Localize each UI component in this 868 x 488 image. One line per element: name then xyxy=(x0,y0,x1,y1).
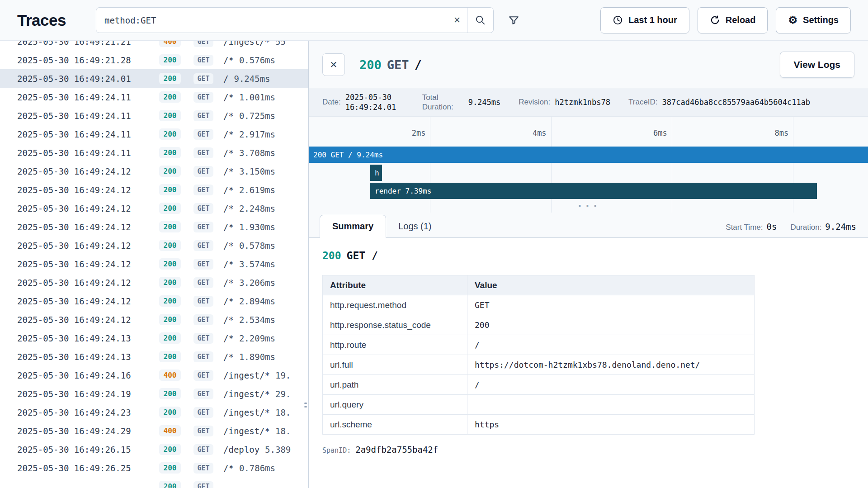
trace-duration: 19. xyxy=(275,370,291,380)
status-badge: 200 xyxy=(159,73,181,84)
trace-row[interactable]: 2025-05-30 16:49:24.19 200 GET /ingest/*… xyxy=(0,384,308,403)
trace-timestamp: 2025-05-30 16:49:24.29 xyxy=(17,426,153,436)
trace-row[interactable]: 2025-05-30 16:49:24.12 200 GET /* 1.930m… xyxy=(0,218,308,236)
status-badge: 200 xyxy=(159,91,181,103)
trace-timestamp: 2025-05-30 16:49:24.12 xyxy=(17,204,153,213)
trace-row[interactable]: 2025-05-30 16:49:24.29 400 GET /ingest/*… xyxy=(0,422,308,440)
trace-path: /* xyxy=(223,259,234,269)
trace-row[interactable]: 2025-05-30 16:49:24.12 200 GET /* 2.894m… xyxy=(0,292,308,310)
search-input[interactable] xyxy=(96,15,447,25)
trace-row[interactable]: 2025-05-30 16:49:26.25 200 GET /* 0.786m… xyxy=(0,459,308,477)
trace-duration: 29. xyxy=(275,389,291,399)
trace-row[interactable]: 2025-05-30 16:49:24.12 200 GET /* 3.150m… xyxy=(0,162,308,180)
trace-duration: 55 xyxy=(275,41,286,47)
attribute-value: / xyxy=(467,335,755,355)
trace-timestamp: 2025-05-30 16:49:24.11 xyxy=(17,129,153,139)
trace-row[interactable]: 2025-05-30 16:49:21.21 400 GET /ingest/*… xyxy=(0,41,308,51)
search-icon xyxy=(475,15,486,25)
method-badge: GET xyxy=(193,259,213,270)
trace-row[interactable]: 2025-05-30 16:49:24.12 200 GET /* 2.248m… xyxy=(0,199,308,218)
tab-logs-1-[interactable]: Logs (1) xyxy=(386,215,443,237)
detail-header: ✕ 200GET/ View Logs xyxy=(309,41,868,88)
method-badge: GET xyxy=(193,370,213,381)
status-badge: 200 xyxy=(159,351,181,362)
status-badge: 200 xyxy=(159,240,181,251)
trace-timestamp: 2025-05-30 16:49:26.25 xyxy=(17,463,153,473)
trace-duration: 3.708ms xyxy=(239,148,275,158)
settings-button[interactable]: ⚙ Settings xyxy=(776,7,851,33)
status-badge: 200 xyxy=(159,444,181,455)
attribute-row: url.query xyxy=(323,395,755,415)
view-logs-button[interactable]: View Logs xyxy=(780,52,854,78)
search-button[interactable] xyxy=(468,8,493,33)
method-badge: GET xyxy=(193,110,213,121)
trace-timestamp: 2025-05-30 16:49:24.11 xyxy=(17,92,153,102)
timeline-tick-label: 2ms xyxy=(412,128,430,137)
trace-detail-panel: ✕ 200GET/ View Logs Date: 2025-05-30 16:… xyxy=(309,41,868,488)
trace-row[interactable]: 2025-05-30 16:49:24.12 200 GET /* 2.619m… xyxy=(0,180,308,199)
filter-button[interactable] xyxy=(502,8,526,33)
trace-path: /ingest/* xyxy=(223,370,270,380)
meta-label: Revision: xyxy=(519,97,550,107)
clear-search-button[interactable]: ✕ xyxy=(447,8,467,33)
method-badge: GET xyxy=(193,147,213,158)
trace-row[interactable]: 2025-05-30 16:49:21.28 200 GET /* 0.576m… xyxy=(0,51,308,69)
close-detail-button[interactable]: ✕ xyxy=(322,53,345,76)
span-id-label: SpanID: xyxy=(322,446,351,455)
timeline-span-bar[interactable]: 200 GET / 9.24ms xyxy=(309,147,868,163)
reload-button[interactable]: Reload xyxy=(698,7,768,33)
trace-row[interactable]: 2025-05-30 16:49:24.12 200 GET /* 3.206m… xyxy=(0,273,308,292)
trace-duration: 0.786ms xyxy=(239,463,275,473)
trace-path: /ingest/* xyxy=(223,41,270,47)
trace-row[interactable]: 200 GET xyxy=(0,477,308,488)
meta-value: 387cad46ba8cc85579aa64b5604c11ab xyxy=(662,97,811,107)
trace-row[interactable]: 2025-05-30 16:49:24.12 200 GET /* 2.534m… xyxy=(0,310,308,329)
method-badge: GET xyxy=(193,481,213,488)
attributes-header-row: Attribute Value xyxy=(323,275,755,295)
timeline-span-bar[interactable]: render 7.39ms xyxy=(370,183,817,199)
detail-method: GET xyxy=(387,58,409,72)
trace-path: /ingest/* xyxy=(223,426,270,436)
trace-path: /* xyxy=(223,129,234,139)
detail-title: 200GET/ xyxy=(359,58,422,72)
trace-path: /ingest/* xyxy=(223,389,270,399)
tab-info-item: Duration: 9.24ms xyxy=(790,222,856,232)
trace-row[interactable]: 2025-05-30 16:49:24.23 200 GET /ingest/*… xyxy=(0,403,308,422)
attribute-row: url.scheme https xyxy=(323,415,755,435)
trace-row[interactable]: 2025-05-30 16:49:24.12 200 GET /* 0.578m… xyxy=(0,236,308,255)
trace-row[interactable]: 2025-05-30 16:49:24.11 200 GET /* 1.001m… xyxy=(0,88,308,106)
trace-timestamp: 2025-05-30 16:49:24.16 xyxy=(17,370,153,380)
timeline-span-bar[interactable]: h xyxy=(370,165,382,181)
panel-resize-handle[interactable] xyxy=(304,403,307,412)
method-badge: GET xyxy=(193,444,213,455)
time-range-button[interactable]: Last 1 hour xyxy=(600,7,689,33)
trace-row[interactable]: 2025-05-30 16:49:24.11 200 GET /* 2.917m… xyxy=(0,125,308,143)
trace-path: /* xyxy=(223,92,234,102)
attribute-row: url.full https://dotcom-h2tzmk1xbs78.den… xyxy=(323,355,755,375)
tab-info-value: 0s xyxy=(766,222,777,232)
trace-row[interactable]: 2025-05-30 16:49:24.13 200 GET /* 1.890m… xyxy=(0,347,308,366)
trace-row[interactable]: 2025-05-30 16:49:24.11 200 GET /* 3.708m… xyxy=(0,143,308,162)
status-badge: 200 xyxy=(159,314,181,325)
waterfall-resize-handle[interactable]: ··· xyxy=(577,200,600,212)
trace-row[interactable]: 2025-05-30 16:49:24.13 200 GET /* 2.209m… xyxy=(0,329,308,347)
meta-value: h2tzmk1nbs78 xyxy=(555,97,610,107)
trace-timestamp: 2025-05-30 16:49:24.11 xyxy=(17,148,153,158)
trace-row[interactable]: 2025-05-30 16:49:24.16 400 GET /ingest/*… xyxy=(0,366,308,384)
trace-row[interactable]: 2025-05-30 16:49:24.12 200 GET /* 3.574m… xyxy=(0,255,308,273)
trace-row[interactable]: 2025-05-30 16:49:26.15 200 GET /deploy 5… xyxy=(0,440,308,459)
trace-duration: 0.576ms xyxy=(239,55,275,65)
method-badge: GET xyxy=(193,55,213,66)
trace-path: /* xyxy=(223,333,234,343)
tab-summary[interactable]: Summary xyxy=(320,215,386,238)
trace-path: /* xyxy=(223,222,234,232)
status-badge: 200 xyxy=(159,481,181,488)
method-badge: GET xyxy=(193,277,213,288)
trace-row[interactable]: 2025-05-30 16:49:24.11 200 GET /* 0.725m… xyxy=(0,106,308,125)
attribute-value: https://dotcom-h2tzmk1xbs78.denoland.den… xyxy=(467,355,755,375)
trace-timestamp: 2025-05-30 16:49:24.12 xyxy=(17,185,153,195)
trace-duration: 0.578ms xyxy=(239,241,275,251)
trace-row[interactable]: 2025-05-30 16:49:24.01 200 GET / 9.245ms xyxy=(0,69,308,88)
page-title: Traces xyxy=(17,11,66,29)
trace-timestamp: 2025-05-30 16:49:21.28 xyxy=(17,55,153,65)
